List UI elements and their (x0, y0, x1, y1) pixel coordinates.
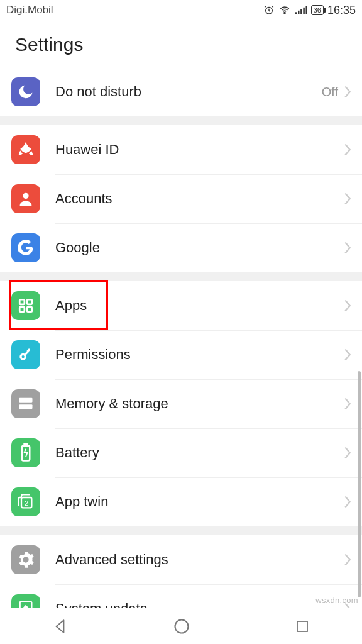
svg-point-19 (21, 406, 23, 408)
row-label: App twin (55, 494, 343, 510)
svg-rect-10 (19, 307, 25, 312)
chevron-right-icon (343, 446, 352, 460)
svg-rect-3 (298, 11, 300, 14)
row-apps[interactable]: Apps (0, 281, 362, 330)
svg-rect-29 (297, 621, 307, 631)
svg-rect-6 (305, 6, 307, 14)
row-label: Battery (55, 445, 343, 461)
chevron-right-icon (343, 192, 352, 206)
row-label: Huawei ID (55, 142, 343, 158)
key-icon (11, 340, 40, 369)
chevron-right-icon (343, 241, 352, 255)
svg-rect-5 (303, 8, 305, 14)
twin-icon: 2 (11, 487, 40, 516)
battery-icon (11, 438, 40, 467)
row-huawei-id[interactable]: Huawei ID (0, 125, 362, 174)
gear-icon (11, 545, 40, 574)
alarm-icon (263, 4, 275, 16)
svg-text:2: 2 (25, 499, 28, 507)
storage-icon (11, 389, 40, 418)
nav-recent-button[interactable] (295, 619, 310, 634)
row-do-not-disturb[interactable]: Do not disturb Off (0, 67, 362, 116)
settings-group-apps: Apps Permissions Memory & storage Batter… (0, 281, 362, 526)
svg-rect-21 (25, 406, 31, 408)
status-bar: Digi.Mobil 36 16:35 (0, 0, 362, 20)
svg-point-28 (175, 619, 189, 633)
svg-point-13 (22, 355, 25, 358)
account-icon (11, 184, 40, 213)
row-battery[interactable]: Battery (0, 428, 362, 477)
svg-rect-9 (27, 299, 32, 304)
apps-icon (11, 291, 40, 320)
row-app-twin[interactable]: 2 App twin (0, 477, 362, 526)
signal-icon (295, 4, 307, 16)
row-label: Do not disturb (55, 84, 322, 100)
svg-point-7 (23, 193, 28, 199)
chevron-right-icon (343, 553, 352, 567)
chevron-right-icon (343, 299, 352, 313)
moon-icon (11, 77, 40, 106)
row-label: Google (55, 240, 343, 256)
row-label: Permissions (55, 347, 343, 363)
dnd-status: Off (322, 85, 338, 99)
row-label: Apps (55, 297, 343, 314)
watermark: wsxdn.com (315, 596, 358, 605)
google-icon (11, 233, 40, 262)
row-label: Accounts (55, 191, 343, 207)
row-accounts[interactable]: Accounts (0, 174, 362, 223)
svg-rect-4 (300, 9, 302, 14)
row-label: Memory & storage (55, 396, 343, 412)
svg-point-1 (284, 12, 285, 13)
settings-group-dnd: Do not disturb Off (0, 67, 362, 116)
svg-rect-23 (25, 444, 28, 446)
row-permissions[interactable]: Permissions (0, 330, 362, 379)
chevron-right-icon (343, 495, 352, 509)
chevron-right-icon (343, 348, 352, 362)
navigation-bar (0, 608, 362, 644)
huawei-icon (11, 135, 40, 164)
row-memory-storage[interactable]: Memory & storage (0, 379, 362, 428)
svg-point-18 (21, 399, 23, 401)
svg-rect-11 (27, 307, 32, 312)
row-label: Advanced settings (55, 552, 343, 568)
row-advanced-settings[interactable]: Advanced settings (0, 535, 362, 584)
nav-home-button[interactable] (173, 618, 190, 635)
page-title: Settings (15, 34, 347, 55)
row-google[interactable]: Google (0, 223, 362, 272)
battery-indicator: 36 (311, 5, 324, 15)
chevron-right-icon (343, 397, 352, 411)
svg-rect-8 (19, 299, 25, 304)
svg-rect-20 (25, 399, 31, 401)
nav-back-button[interactable] (52, 618, 69, 635)
clock: 16:35 (327, 4, 356, 17)
chevron-right-icon (343, 85, 352, 99)
settings-header: Settings (0, 20, 362, 67)
carrier-label: Digi.Mobil (6, 4, 53, 16)
scrollbar[interactable] (358, 371, 361, 597)
svg-point-26 (24, 558, 27, 561)
settings-group-accounts: Huawei ID Accounts Google (0, 125, 362, 272)
svg-rect-2 (295, 12, 297, 14)
chevron-right-icon (343, 143, 352, 157)
wifi-icon (278, 4, 291, 16)
